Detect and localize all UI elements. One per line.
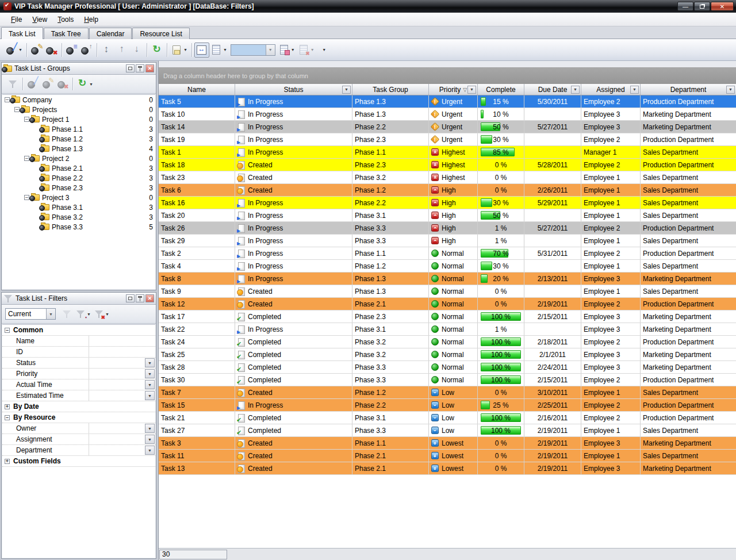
table-row[interactable]: Task 29In ProgressPhase 3.3›High1 %Emplo… [159,235,736,247]
filter-groups-button[interactable] [5,76,20,91]
table-row[interactable]: Task 10In ProgressPhase 1.3!Urgent10 %Em… [159,108,736,121]
tab-task-list[interactable]: Task List [1,27,43,39]
task-export-button[interactable] [79,43,94,57]
filter-dropdown-button[interactable]: ▼ [145,446,155,455]
chevron-down-icon[interactable]: ▼ [46,309,55,319]
tree-item-phase-3-1[interactable]: Phase 3.13 [2,202,155,212]
tree-item-phase-2-3[interactable]: Phase 2.33 [2,183,155,193]
column-header-task-group[interactable]: Task Group [352,84,429,95]
tree-expand-toggle[interactable]: – [14,107,20,112]
column-header-department[interactable]: Department▼ [641,84,736,95]
save-view-button[interactable]: ▼ [277,43,297,57]
table-row[interactable]: Task 1In ProgressPhase 1.1»Highest85 %Ma… [159,146,736,159]
filters-pin-button[interactable] [136,294,144,302]
edit-task-button[interactable] [29,43,44,57]
column-header-due-date[interactable]: Due Date▼ [524,84,581,95]
tree-expand-toggle[interactable]: – [24,195,29,200]
table-row[interactable]: Task 4In ProgressPhase 1.2Normal30 %Empl… [159,260,736,273]
table-row[interactable]: Task 21CompletedPhase 3.1›Low100 %2/16/2… [159,412,736,424]
tab-resource-list[interactable]: Resource List [132,28,189,39]
column-filter-button[interactable]: ▼ [342,86,351,94]
section-expand-toggle[interactable]: + [5,404,10,409]
move-up-button[interactable] [114,43,129,57]
table-row[interactable]: Task 12CreatedPhase 2.1Normal0 %2/19/201… [159,298,736,310]
table-row[interactable]: Task 20In ProgressPhase 3.1›High50 %Empl… [159,209,736,222]
table-row[interactable]: Task 25CompletedPhase 3.2Normal100 %2/1/… [159,348,736,361]
minimize-button[interactable]: — [677,2,693,11]
table-row[interactable]: Task 18CreatedPhase 2.3»Highest0 %5/28/2… [159,159,736,171]
groups-pin-button[interactable] [136,64,144,72]
filter-dropdown-button[interactable]: ▼ [145,424,155,433]
group-by-hint[interactable]: Drag a column header here to group by th… [159,67,736,84]
tree-expand-toggle[interactable]: – [24,117,29,122]
tree-item-project-1[interactable]: –Project 10 [2,114,155,124]
table-row[interactable]: Task 19In ProgressPhase 2.3!Urgent30 %Em… [159,133,736,146]
filter-dropdown-button[interactable]: ▼ [145,391,155,400]
filter-dropdown-button[interactable]: ▼ [145,358,155,367]
column-filter-button[interactable]: ▼ [571,86,580,94]
table-row[interactable]: Task 3CreatedPhase 1.1»Lowest0 %2/19/201… [159,437,736,450]
new-group-button[interactable] [25,76,40,91]
columns-button[interactable]: ▼ [209,43,229,57]
table-row[interactable]: Task 27CompletedPhase 3.3›Low100 %2/19/2… [159,424,736,437]
menu-item-file[interactable]: File [6,14,27,25]
table-row[interactable]: Task 28CompletedPhase 3.3Normal100 %2/24… [159,361,736,374]
table-row[interactable]: Task 11CreatedPhase 2.1»Lowest0 %2/19/20… [159,450,736,462]
expand-rows-button[interactable] [99,43,114,57]
groups-close-button[interactable]: ✕ [145,64,154,72]
tree-item-phase-1-3[interactable]: Phase 1.34 [2,144,155,154]
groups-restore-button[interactable] [126,64,135,72]
column-header-status[interactable]: Status▼ [235,84,352,95]
filter-dropdown-button[interactable]: ▼ [145,369,155,378]
delete-view-button[interactable]: ▼ [297,43,316,57]
table-row[interactable]: Task 7CreatedPhase 1.2›Low0 %3/10/2011Em… [159,386,736,399]
toolbar-overflow-button[interactable]: ▼ [316,43,331,57]
table-row[interactable]: Task 26In ProgressPhase 3.3›High1 %5/27/… [159,222,736,235]
table-row[interactable]: Task 16In ProgressPhase 2.2›High30 %5/29… [159,197,736,209]
edit-group-button[interactable] [40,76,55,91]
clear-filter-button[interactable]: ✖▼ [93,306,111,321]
tree-item-phase-3-2[interactable]: Phase 3.23 [2,212,155,222]
section-expand-toggle[interactable]: – [5,328,10,333]
column-filter-button[interactable]: ▼ [630,86,639,94]
close-button[interactable]: ✕ [711,2,734,11]
column-filter-button[interactable]: ▼ [726,86,735,94]
filter-preset-combo[interactable]: Current ▼ [5,308,56,320]
table-row[interactable]: Task 13CreatedPhase 2.1»Lowest0 %2/19/20… [159,462,736,475]
tree-item-project-2[interactable]: –Project 20 [2,154,155,163]
tree-item-projects[interactable]: –Projects0 [2,105,155,114]
tree-expand-toggle[interactable]: – [24,156,29,161]
fit-columns-button[interactable] [194,43,209,57]
column-filter-button[interactable]: ▼ [467,86,476,94]
report-button[interactable]: ▼ [170,43,189,57]
section-expand-toggle[interactable]: + [5,459,10,464]
tree-item-phase-3-3[interactable]: Phase 3.35 [2,222,155,232]
table-row[interactable]: Task 2In ProgressPhase 1.1Normal70 %5/31… [159,247,736,260]
table-row[interactable]: Task 23CreatedPhase 3.2»Highest0 %Employ… [159,171,736,184]
menu-item-tools[interactable]: Tools [52,14,79,25]
section-expand-toggle[interactable]: – [5,415,10,420]
column-header-name[interactable]: Name [159,84,235,95]
delete-group-button[interactable] [55,76,70,91]
tree-expand-toggle[interactable]: – [5,97,10,102]
filters-close-button[interactable]: ✕ [145,294,154,302]
apply-filter-button[interactable] [59,306,74,321]
table-row[interactable]: Task 17CompletedPhase 2.3Normal100 %2/15… [159,310,736,323]
table-row[interactable]: Task 22In ProgressPhase 3.1Normal1 %Empl… [159,323,736,336]
column-header-priority[interactable]: Priority▽▼ [429,84,478,95]
move-down-button[interactable] [129,43,144,57]
column-header-complete[interactable]: Complete [478,84,524,95]
new-task-button[interactable]: ▼ [5,43,24,57]
refresh-button[interactable] [150,43,164,57]
filters-restore-button[interactable] [126,294,135,302]
filter-dropdown-button[interactable]: ▼ [145,380,155,389]
tab-task-tree[interactable]: Task Tree [44,28,89,39]
table-row[interactable]: Task 9CreatedPhase 1.3Normal0 %Employee … [159,285,736,298]
table-row[interactable]: Task 15In ProgressPhase 2.2›Low25 %2/25/… [159,399,736,412]
tree-item-phase-1-1[interactable]: Phase 1.13 [2,124,155,134]
table-row[interactable]: Task 14In ProgressPhase 2.2!Urgent50 %5/… [159,121,736,133]
tree-item-project-3[interactable]: –Project 30 [2,193,155,202]
menu-item-view[interactable]: View [27,14,52,25]
column-header-assigned[interactable]: Assigned▼ [581,84,641,95]
delete-task-button[interactable] [44,43,59,57]
